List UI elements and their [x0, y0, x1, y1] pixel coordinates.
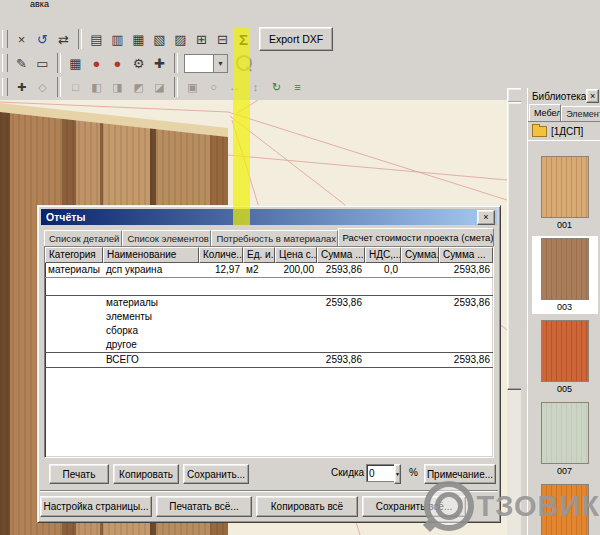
- material-sphere-icon[interactable]: ●: [86, 53, 107, 73]
- column-header[interactable]: Ед. и...: [243, 247, 275, 263]
- column-header[interactable]: Наименование: [103, 247, 199, 263]
- table-report-icon[interactable]: ⊟: [212, 29, 233, 49]
- app-window: авка × ↺ ⇄ ▤ ▥ ▦ ▧ ▨ ⊞ ⊟ Σ Export DXF ✎ …: [0, 0, 600, 535]
- pan-icon[interactable]: ✚: [11, 77, 32, 97]
- library-path-label: [1ДСП]: [551, 126, 583, 137]
- toolbar-handle[interactable]: [2, 54, 8, 72]
- parts-list-icon[interactable]: ▤: [86, 29, 107, 49]
- tab-elements[interactable]: Элемент...: [561, 106, 600, 121]
- delete-icon[interactable]: ×: [11, 29, 32, 49]
- column-header[interactable]: НДС,...: [365, 247, 401, 263]
- dialog-tabs: Список деталей Список элементов Потребно…: [44, 228, 494, 246]
- toolbar-separator: [174, 77, 178, 97]
- materials-report-icon[interactable]: ▦: [128, 29, 149, 49]
- dialog-titlebar[interactable]: Отчёты ×: [41, 209, 497, 225]
- corner-view-icon[interactable]: ◩: [128, 77, 149, 97]
- toolbar-handle[interactable]: [2, 78, 8, 96]
- summary-label: сборка: [103, 324, 199, 338]
- toolbar-separator: [174, 53, 178, 73]
- column-header[interactable]: Сумма ...: [317, 247, 365, 263]
- toolbar-separator: [57, 53, 61, 73]
- export-dxf-button[interactable]: Export DXF: [259, 27, 333, 51]
- toolbar-handle[interactable]: [2, 30, 8, 48]
- tab-materials-need[interactable]: Потребность в материалах: [211, 230, 337, 246]
- library-path[interactable]: [1ДСП]: [528, 121, 600, 141]
- grid-report-icon[interactable]: ⊞: [191, 29, 212, 49]
- rotate-icon[interactable]: ◇: [32, 77, 53, 97]
- shade-icon[interactable]: ○: [203, 77, 224, 97]
- cell-unit: м2: [243, 263, 275, 277]
- material-item[interactable]: 007: [532, 400, 598, 478]
- material-swatch[interactable]: [541, 402, 589, 464]
- material-label: 003: [532, 302, 598, 312]
- material-label: 005: [532, 384, 598, 394]
- close-icon[interactable]: ×: [477, 210, 495, 225]
- chevron-down-icon[interactable]: ▼: [394, 464, 401, 484]
- summary-row: элементы: [45, 310, 493, 324]
- material-item-selected[interactable]: 003: [532, 236, 598, 314]
- undo-icon[interactable]: ↺: [32, 29, 53, 49]
- swap-icon[interactable]: ⇄: [53, 29, 74, 49]
- list-icon[interactable]: ≡: [287, 77, 308, 97]
- column-header[interactable]: Сумма...: [401, 247, 439, 263]
- top-view-icon[interactable]: ◨: [107, 77, 128, 97]
- watermark-logo-icon: [424, 481, 474, 531]
- front-view-icon[interactable]: □: [65, 77, 86, 97]
- wireframe-icon[interactable]: ▣: [182, 77, 203, 97]
- dialog-title: Отчёты: [46, 211, 85, 223]
- material-item[interactable]: 001: [532, 154, 598, 232]
- material-swatch[interactable]: [541, 238, 589, 300]
- dialog-buttons: Печать Копировать Сохранить... Скидка ▲ …: [38, 464, 500, 482]
- axono-view-icon[interactable]: ◪: [149, 77, 170, 97]
- estimate-table: Категория Наименование Количе... Ед. и..…: [44, 246, 494, 458]
- summary-row: материалы 2593,86 2593,86: [45, 295, 493, 310]
- material-swatch[interactable]: [541, 156, 589, 218]
- zoom-combo[interactable]: ▼: [184, 54, 228, 73]
- library-header: Библиотека ×: [528, 88, 600, 104]
- discount-label: Скидка: [331, 467, 364, 478]
- menu-item-partial[interactable]: авка: [30, 0, 49, 9]
- zoom-combo-value: [185, 55, 213, 72]
- draw-icon[interactable]: ✎: [11, 53, 32, 73]
- close-icon[interactable]: ×: [586, 89, 599, 103]
- texture-sphere-icon[interactable]: ●: [107, 53, 128, 73]
- column-header[interactable]: Количе...: [199, 247, 243, 263]
- tab-elements-list[interactable]: Список элементов: [122, 230, 211, 246]
- copy-all-button[interactable]: Копировать всё: [256, 496, 358, 517]
- copy-button[interactable]: Копировать: [113, 464, 179, 484]
- summary-label: другое: [103, 338, 199, 352]
- discount-stepper[interactable]: ▲ ▼: [394, 464, 405, 482]
- discount-input[interactable]: [366, 464, 396, 482]
- move-cross-icon[interactable]: ✚: [149, 53, 170, 73]
- rotate-cw-icon[interactable]: ↻: [266, 77, 287, 97]
- tab-parts-list[interactable]: Список деталей: [44, 230, 122, 246]
- material-swatch[interactable]: [541, 320, 589, 382]
- page-setup-button[interactable]: Настройка страницы...: [40, 496, 152, 517]
- settings-gear-icon[interactable]: ⚙: [128, 53, 149, 73]
- elements-list-icon[interactable]: ▥: [107, 29, 128, 49]
- library-title: Библиотека: [532, 91, 586, 102]
- drawing-report-icon[interactable]: ▨: [170, 29, 191, 49]
- save-button[interactable]: Сохранить...: [183, 464, 249, 484]
- tab-cost-estimate[interactable]: Расчет стоимости проекта (смета): [338, 228, 494, 246]
- cell-qty: 12,97: [199, 263, 243, 277]
- dimension-icon[interactable]: ▭: [32, 53, 53, 73]
- cell-sum-vat: [401, 263, 439, 277]
- cutting-map-icon[interactable]: ▧: [149, 29, 170, 49]
- total-row: ВСЕГО 2593,86 2593,86: [45, 352, 493, 368]
- chevron-down-icon[interactable]: ▼: [213, 55, 227, 72]
- material-item[interactable]: 005: [532, 318, 598, 396]
- print-button[interactable]: Печать: [49, 464, 109, 484]
- table-row[interactable]: материалы дсп украина 12,97 м2 200,00 25…: [45, 263, 493, 278]
- tab-furniture[interactable]: Мебель: [529, 104, 561, 121]
- column-header[interactable]: Категория: [45, 247, 103, 263]
- column-header[interactable]: Сумма ...: [439, 247, 493, 263]
- material-grid-icon[interactable]: ▦: [65, 53, 86, 73]
- print-all-button[interactable]: Печатать всё...: [156, 496, 252, 517]
- cell-total: 2593,86: [439, 263, 493, 277]
- summary-row: другое: [45, 338, 493, 352]
- toolbar-separator: [57, 77, 61, 97]
- column-header[interactable]: Цена с...: [275, 247, 317, 263]
- vertical-scrollbar[interactable]: [507, 88, 521, 535]
- side-view-icon[interactable]: ◧: [86, 77, 107, 97]
